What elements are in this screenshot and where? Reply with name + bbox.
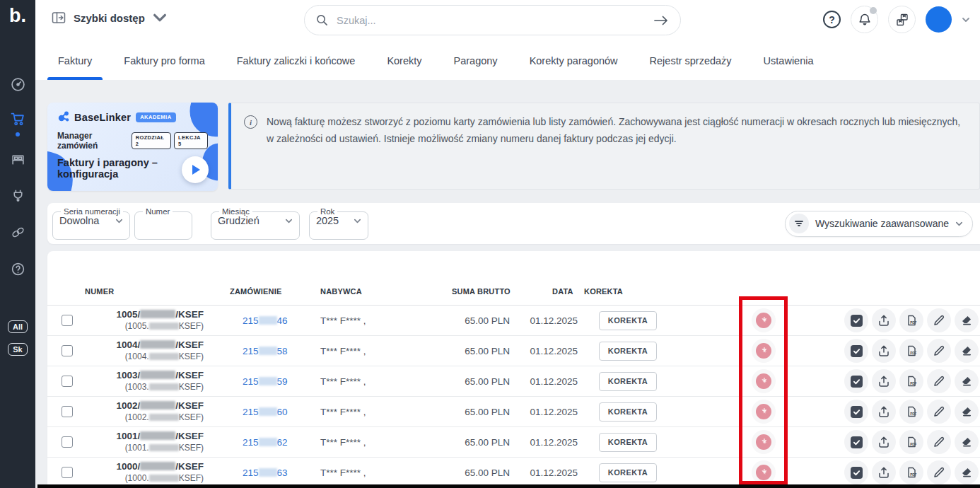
baselinker-logo[interactable]: b. — [9, 4, 26, 27]
ksef-status-button[interactable] — [752, 369, 776, 393]
help-icon[interactable] — [10, 261, 25, 277]
order-link[interactable]: 21562 — [243, 437, 288, 448]
advanced-search-button[interactable]: Wyszukiwanie zaawansowane — [785, 211, 973, 237]
warehouse-icon[interactable] — [10, 151, 25, 166]
confirm-action-button[interactable] — [844, 400, 868, 424]
ksef-status-button[interactable] — [752, 400, 776, 424]
user-menu-chevron-icon[interactable] — [962, 16, 970, 24]
table-row: 1003//KSEF (1003.KSEF) 21559 T*** F**** … — [47, 366, 980, 397]
search-input[interactable] — [337, 15, 645, 26]
redacted-block — [140, 340, 175, 349]
upload-action-button[interactable] — [872, 430, 896, 454]
order-link[interactable]: 21546 — [243, 315, 288, 326]
ksef-eagle-icon — [756, 373, 771, 389]
edit-action-button[interactable] — [927, 339, 951, 363]
row-checkbox[interactable] — [62, 436, 73, 448]
row-checkbox[interactable] — [62, 315, 73, 326]
invoice-number-cell: 1002//KSEF (1002.KSEF) — [80, 400, 204, 423]
filter-rok[interactable]: Rok 2025 — [309, 207, 368, 240]
invoice-alt-number: (1005. — [125, 321, 149, 331]
edit-action-button[interactable] — [927, 460, 951, 484]
order-link[interactable]: 21558 — [243, 346, 288, 356]
filter-numer-input[interactable] — [141, 216, 185, 228]
tab-korekty[interactable]: Korekty — [376, 41, 432, 80]
user-avatar[interactable] — [926, 6, 952, 33]
tab-rejestr-sprzedazy[interactable]: Rejestr sprzedaży — [639, 41, 742, 80]
invoice-number: 1000/ — [116, 461, 140, 472]
packages-button[interactable] — [888, 6, 916, 33]
notifications-button[interactable] — [851, 6, 878, 33]
edit-action-button[interactable] — [927, 400, 951, 424]
korekta-button[interactable]: KOREKTA — [599, 311, 657, 330]
korekta-button[interactable]: KOREKTA — [599, 402, 657, 422]
edit-action-button[interactable] — [927, 308, 951, 332]
delete-action-button[interactable] — [955, 430, 979, 454]
ksef-status-button[interactable] — [752, 339, 776, 363]
row-checkbox[interactable] — [62, 406, 73, 417]
delete-action-button[interactable] — [955, 369, 979, 393]
pdf-action-button[interactable]: PDF — [899, 460, 923, 484]
delete-action-button[interactable] — [955, 460, 979, 484]
badge-all[interactable]: All — [8, 320, 28, 333]
korekta-button[interactable]: KOREKTA — [599, 342, 657, 361]
order-link[interactable]: 21560 — [243, 407, 288, 417]
korekta-button[interactable]: KOREKTA — [599, 463, 657, 482]
checked-checkbox-icon — [851, 345, 863, 357]
filter-miesiac[interactable]: Miesiąc Grudzień — [211, 207, 300, 240]
play-icon — [192, 165, 200, 175]
pdf-action-button[interactable]: PDF — [899, 400, 923, 424]
quick-access-button[interactable]: Szybki dostęp — [51, 10, 168, 25]
badge-sk[interactable]: Sk — [8, 343, 27, 356]
help-button[interactable]: ? — [823, 11, 841, 28]
row-checkbox[interactable] — [62, 376, 73, 387]
delete-action-button[interactable] — [955, 400, 979, 424]
dashboard-icon[interactable] — [10, 76, 25, 92]
filter-seria-numeracji[interactable]: Seria numeracji Dowolna — [52, 207, 130, 240]
edit-action-button[interactable] — [927, 430, 951, 454]
order-link[interactable]: 21563 — [243, 467, 288, 478]
tab-faktury-pro-forma[interactable]: Faktury pro forma — [113, 41, 215, 80]
pdf-action-button[interactable]: PDF — [899, 339, 923, 363]
confirm-action-button[interactable] — [844, 369, 868, 393]
edit-action-button[interactable] — [927, 369, 951, 393]
connections-link-icon[interactable] — [10, 224, 25, 240]
academy-banner[interactable]: BaseLinker AKADEMIA Manager zamówień ROZ… — [47, 103, 218, 191]
pdf-action-button[interactable]: PDF — [899, 369, 923, 393]
filter-miesiac-value: Grudzień — [218, 215, 259, 226]
orders-cart-icon[interactable] — [10, 111, 25, 127]
korekta-button[interactable]: KOREKTA — [599, 433, 657, 452]
korekta-button[interactable]: KOREKTA — [599, 372, 657, 391]
akademia-badge: AKADEMIA — [136, 112, 175, 122]
row-checkbox[interactable] — [62, 345, 73, 356]
tab-ustawienia[interactable]: Ustawienia — [753, 41, 824, 80]
search-submit-arrow-icon[interactable] — [653, 15, 669, 26]
delete-action-button[interactable] — [955, 308, 979, 332]
confirm-action-button[interactable] — [844, 460, 868, 484]
row-checkbox[interactable] — [62, 467, 73, 478]
pdf-action-button[interactable]: PDF — [899, 308, 923, 332]
tab-korekty-paragonow[interactable]: Korekty paragonów — [519, 41, 629, 80]
confirm-action-button[interactable] — [844, 430, 868, 454]
upload-action-button[interactable] — [872, 308, 896, 332]
delete-action-button[interactable] — [955, 339, 979, 363]
tab-faktury-zaliczki[interactable]: Faktury zaliczki i końcowe — [226, 41, 366, 80]
ksef-status-button[interactable] — [752, 308, 776, 332]
notification-dot — [870, 7, 877, 14]
play-button[interactable] — [182, 156, 209, 183]
upload-action-button[interactable] — [872, 400, 896, 424]
tab-paragony[interactable]: Paragony — [443, 41, 508, 80]
upload-action-button[interactable] — [872, 369, 896, 393]
tab-faktury[interactable]: Faktury — [47, 41, 103, 80]
invoice-alt-suffix: KSEF) — [179, 321, 204, 331]
confirm-action-button[interactable] — [844, 308, 868, 332]
pdf-action-button[interactable]: PDF — [899, 430, 923, 454]
upload-action-button[interactable] — [872, 339, 896, 363]
ksef-eagle-icon — [756, 313, 771, 328]
ksef-status-button[interactable] — [752, 460, 776, 484]
redacted-block — [140, 401, 175, 409]
integrations-plug-icon[interactable] — [10, 187, 25, 203]
order-link[interactable]: 21559 — [243, 376, 288, 387]
confirm-action-button[interactable] — [844, 339, 868, 363]
upload-action-button[interactable] — [872, 460, 896, 484]
ksef-status-button[interactable] — [752, 430, 776, 454]
